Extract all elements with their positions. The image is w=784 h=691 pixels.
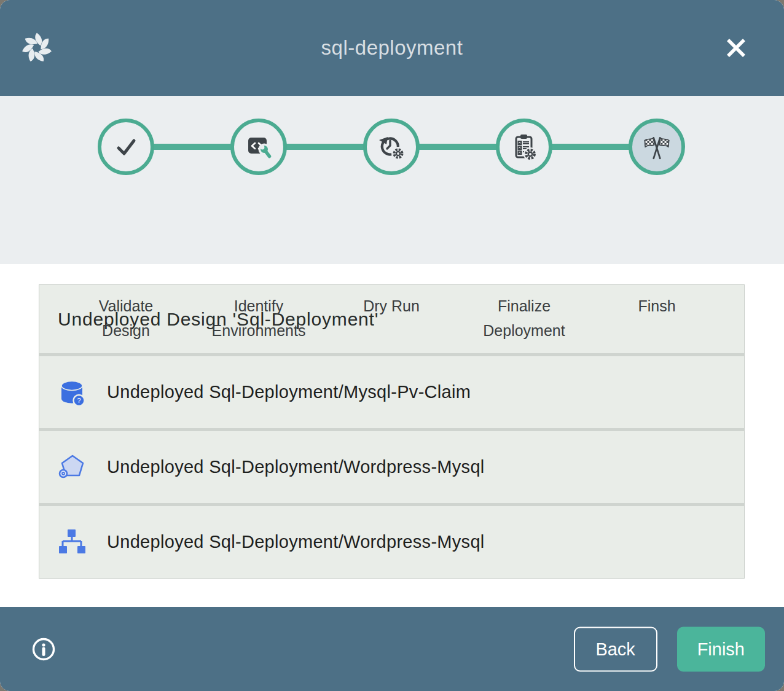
status-row-wordpress-mysql-tree: Undeployed Sql-Deployment/Wordpress-Mysq… [39,503,744,578]
spiral-logo-icon [20,31,54,65]
checkered-flags-icon [641,131,672,162]
code-wrench-icon [244,132,273,162]
dialog-header: sql-deployment [0,0,784,96]
step-label-identify-environments: Identify Environments [191,294,326,343]
step-validate-design[interactable] [98,119,154,175]
clipboard-gear-icon [509,132,539,162]
tree-icon [58,528,86,556]
status-text: Undeployed Sql-Deployment/Mysql-Pv-Claim [107,382,471,402]
dialog-title: sql-deployment [321,36,463,60]
step-label-validate-design: Validate Design [58,294,194,343]
back-button[interactable]: Back [574,627,657,671]
svg-text:?: ? [77,397,80,404]
database-icon: ? [58,378,86,407]
footer-actions: Back Finish [574,627,765,671]
close-button[interactable] [724,36,748,60]
pod-icon [58,453,86,482]
history-gear-icon [377,132,406,162]
status-text: Undeployed Sql-Deployment/Wordpress-Mysq… [107,457,485,477]
info-icon [31,637,56,662]
step-identify-environments[interactable] [230,119,287,175]
info-button[interactable] [31,636,57,662]
wizard-stepper: Validate Design Identify Environments Dr… [0,96,784,264]
wizard-dialog: sql-deployment [0,0,784,691]
close-icon [725,37,747,59]
status-text: Undeployed Sql-Deployment/Wordpress-Mysq… [107,532,485,552]
check-icon [111,132,141,162]
status-row-pv-claim: ? Undeployed Sql-Deployment/Mysql-Pv-Cla… [39,353,744,428]
status-row-wordpress-mysql-pod: Undeployed Sql-Deployment/Wordpress-Mysq… [39,428,744,503]
step-label-dry-run: Dry Run [324,294,459,318]
finish-button[interactable]: Finish [677,627,765,671]
step-finalize-deployment[interactable] [496,119,552,175]
step-label-finalize-deployment: Finalize Deployment [457,294,592,343]
dialog-footer: Back Finish [0,607,784,691]
step-finish[interactable] [629,119,685,175]
step-dry-run[interactable] [363,119,420,175]
step-label-finish: Finsh [589,294,724,318]
